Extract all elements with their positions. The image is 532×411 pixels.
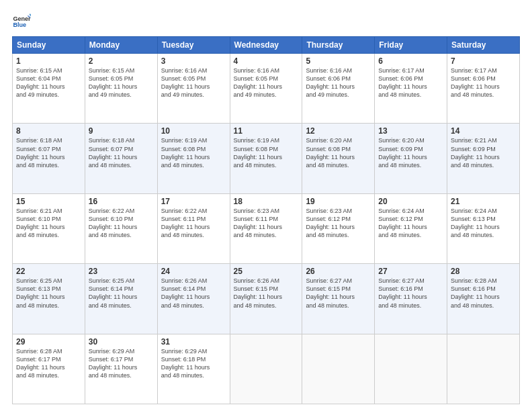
day-header-sunday: Sunday — [13, 37, 85, 54]
calendar-cell: 11Sunrise: 6:19 AM Sunset: 6:08 PM Dayli… — [230, 124, 302, 193]
day-number: 15 — [16, 197, 81, 206]
calendar-cell — [302, 334, 375, 404]
calendar-week-1: 1Sunrise: 6:15 AM Sunset: 6:04 PM Daylig… — [13, 54, 520, 124]
calendar-cell: 2Sunrise: 6:15 AM Sunset: 6:05 PM Daylig… — [85, 54, 157, 124]
day-info: Sunrise: 6:15 AM Sunset: 6:05 PM Dayligh… — [89, 66, 154, 99]
calendar-cell: 31Sunrise: 6:29 AM Sunset: 6:18 PM Dayli… — [157, 334, 230, 404]
day-number: 3 — [161, 56, 226, 66]
day-number: 18 — [234, 197, 299, 206]
day-number: 23 — [89, 267, 154, 276]
header: General Blue — [12, 12, 520, 31]
day-info: Sunrise: 6:24 AM Sunset: 6:13 PM Dayligh… — [451, 207, 516, 240]
logo: General Blue — [12, 12, 34, 31]
calendar-cell: 1Sunrise: 6:15 AM Sunset: 6:04 PM Daylig… — [13, 54, 85, 124]
day-info: Sunrise: 6:19 AM Sunset: 6:08 PM Dayligh… — [234, 136, 299, 169]
day-info: Sunrise: 6:19 AM Sunset: 6:08 PM Dayligh… — [161, 136, 226, 169]
calendar-cell: 16Sunrise: 6:22 AM Sunset: 6:10 PM Dayli… — [85, 193, 157, 263]
day-header-friday: Friday — [375, 37, 447, 54]
calendar-cell: 18Sunrise: 6:23 AM Sunset: 6:11 PM Dayli… — [230, 193, 302, 263]
calendar-cell: 26Sunrise: 6:27 AM Sunset: 6:15 PM Dayli… — [302, 264, 375, 334]
day-number: 27 — [378, 267, 443, 276]
day-number: 1 — [16, 56, 81, 66]
calendar-cell: 10Sunrise: 6:19 AM Sunset: 6:08 PM Dayli… — [157, 124, 230, 193]
day-info: Sunrise: 6:26 AM Sunset: 6:15 PM Dayligh… — [234, 277, 299, 310]
day-number: 13 — [378, 126, 443, 136]
calendar-cell: 15Sunrise: 6:21 AM Sunset: 6:10 PM Dayli… — [13, 193, 85, 263]
day-info: Sunrise: 6:29 AM Sunset: 6:18 PM Dayligh… — [161, 347, 226, 380]
svg-text:Blue: Blue — [13, 21, 26, 28]
day-info: Sunrise: 6:20 AM Sunset: 6:09 PM Dayligh… — [378, 136, 443, 169]
day-info: Sunrise: 6:27 AM Sunset: 6:16 PM Dayligh… — [378, 277, 443, 310]
day-info: Sunrise: 6:28 AM Sunset: 6:17 PM Dayligh… — [16, 347, 81, 380]
calendar-cell: 8Sunrise: 6:18 AM Sunset: 6:07 PM Daylig… — [13, 124, 85, 193]
day-info: Sunrise: 6:16 AM Sunset: 6:05 PM Dayligh… — [161, 66, 226, 99]
day-number: 31 — [161, 337, 226, 347]
calendar-cell: 9Sunrise: 6:18 AM Sunset: 6:07 PM Daylig… — [85, 124, 157, 193]
day-number: 4 — [234, 56, 299, 66]
day-info: Sunrise: 6:24 AM Sunset: 6:12 PM Dayligh… — [378, 207, 443, 240]
logo-icon: General Blue — [12, 12, 31, 31]
day-number: 8 — [16, 126, 81, 136]
day-header-saturday: Saturday — [447, 37, 520, 54]
calendar-cell — [447, 334, 520, 404]
day-number: 11 — [234, 126, 299, 136]
day-info: Sunrise: 6:21 AM Sunset: 6:09 PM Dayligh… — [451, 136, 516, 169]
calendar-cell — [375, 334, 447, 404]
day-info: Sunrise: 6:29 AM Sunset: 6:17 PM Dayligh… — [89, 347, 154, 380]
calendar-cell: 6Sunrise: 6:17 AM Sunset: 6:06 PM Daylig… — [375, 54, 447, 124]
day-info: Sunrise: 6:17 AM Sunset: 6:06 PM Dayligh… — [451, 66, 516, 99]
day-info: Sunrise: 6:15 AM Sunset: 6:04 PM Dayligh… — [16, 66, 81, 99]
day-number: 30 — [89, 337, 154, 347]
calendar-cell: 27Sunrise: 6:27 AM Sunset: 6:16 PM Dayli… — [375, 264, 447, 334]
day-number: 5 — [306, 56, 371, 66]
day-info: Sunrise: 6:23 AM Sunset: 6:11 PM Dayligh… — [234, 207, 299, 240]
calendar-cell: 13Sunrise: 6:20 AM Sunset: 6:09 PM Dayli… — [375, 124, 447, 193]
day-header-wednesday: Wednesday — [230, 37, 302, 54]
day-info: Sunrise: 6:25 AM Sunset: 6:14 PM Dayligh… — [89, 277, 154, 310]
day-number: 24 — [161, 267, 226, 276]
calendar-page: General Blue SundayMondayTuesdayWednesda… — [0, 0, 532, 411]
calendar-table: SundayMondayTuesdayWednesdayThursdayFrid… — [12, 36, 520, 404]
day-info: Sunrise: 6:23 AM Sunset: 6:12 PM Dayligh… — [306, 207, 371, 240]
calendar-cell: 17Sunrise: 6:22 AM Sunset: 6:11 PM Dayli… — [157, 193, 230, 263]
calendar-cell: 12Sunrise: 6:20 AM Sunset: 6:08 PM Dayli… — [302, 124, 375, 193]
day-info: Sunrise: 6:26 AM Sunset: 6:14 PM Dayligh… — [161, 277, 226, 310]
day-number: 21 — [451, 197, 516, 206]
calendar-cell: 22Sunrise: 6:25 AM Sunset: 6:13 PM Dayli… — [13, 264, 85, 334]
day-header-tuesday: Tuesday — [157, 37, 230, 54]
day-number: 14 — [451, 126, 516, 136]
day-info: Sunrise: 6:16 AM Sunset: 6:05 PM Dayligh… — [234, 66, 299, 99]
calendar-cell: 4Sunrise: 6:16 AM Sunset: 6:05 PM Daylig… — [230, 54, 302, 124]
day-info: Sunrise: 6:27 AM Sunset: 6:15 PM Dayligh… — [306, 277, 371, 310]
day-number: 28 — [451, 267, 516, 276]
day-number: 7 — [451, 56, 516, 66]
day-info: Sunrise: 6:17 AM Sunset: 6:06 PM Dayligh… — [378, 66, 443, 99]
calendar-cell: 28Sunrise: 6:28 AM Sunset: 6:16 PM Dayli… — [447, 264, 520, 334]
day-number: 2 — [89, 56, 154, 66]
calendar-cell: 23Sunrise: 6:25 AM Sunset: 6:14 PM Dayli… — [85, 264, 157, 334]
day-info: Sunrise: 6:25 AM Sunset: 6:13 PM Dayligh… — [16, 277, 81, 310]
calendar-cell: 24Sunrise: 6:26 AM Sunset: 6:14 PM Dayli… — [157, 264, 230, 334]
calendar-week-3: 15Sunrise: 6:21 AM Sunset: 6:10 PM Dayli… — [13, 193, 520, 263]
day-info: Sunrise: 6:22 AM Sunset: 6:10 PM Dayligh… — [89, 207, 154, 240]
day-header-thursday: Thursday — [302, 37, 375, 54]
day-number: 6 — [378, 56, 443, 66]
day-info: Sunrise: 6:18 AM Sunset: 6:07 PM Dayligh… — [16, 136, 81, 169]
day-number: 19 — [306, 197, 371, 206]
day-number: 26 — [306, 267, 371, 276]
calendar-cell: 19Sunrise: 6:23 AM Sunset: 6:12 PM Dayli… — [302, 193, 375, 263]
calendar-cell: 25Sunrise: 6:26 AM Sunset: 6:15 PM Dayli… — [230, 264, 302, 334]
day-number: 12 — [306, 126, 371, 136]
calendar-cell: 14Sunrise: 6:21 AM Sunset: 6:09 PM Dayli… — [447, 124, 520, 193]
calendar-cell — [230, 334, 302, 404]
day-info: Sunrise: 6:16 AM Sunset: 6:06 PM Dayligh… — [306, 66, 371, 99]
day-number: 29 — [16, 337, 81, 347]
calendar-cell: 5Sunrise: 6:16 AM Sunset: 6:06 PM Daylig… — [302, 54, 375, 124]
calendar-week-5: 29Sunrise: 6:28 AM Sunset: 6:17 PM Dayli… — [13, 334, 520, 404]
day-number: 17 — [161, 197, 226, 206]
day-info: Sunrise: 6:18 AM Sunset: 6:07 PM Dayligh… — [89, 136, 154, 169]
calendar-week-4: 22Sunrise: 6:25 AM Sunset: 6:13 PM Dayli… — [13, 264, 520, 334]
calendar-week-2: 8Sunrise: 6:18 AM Sunset: 6:07 PM Daylig… — [13, 124, 520, 193]
day-info: Sunrise: 6:22 AM Sunset: 6:11 PM Dayligh… — [161, 207, 226, 240]
calendar-header-row: SundayMondayTuesdayWednesdayThursdayFrid… — [13, 37, 520, 54]
